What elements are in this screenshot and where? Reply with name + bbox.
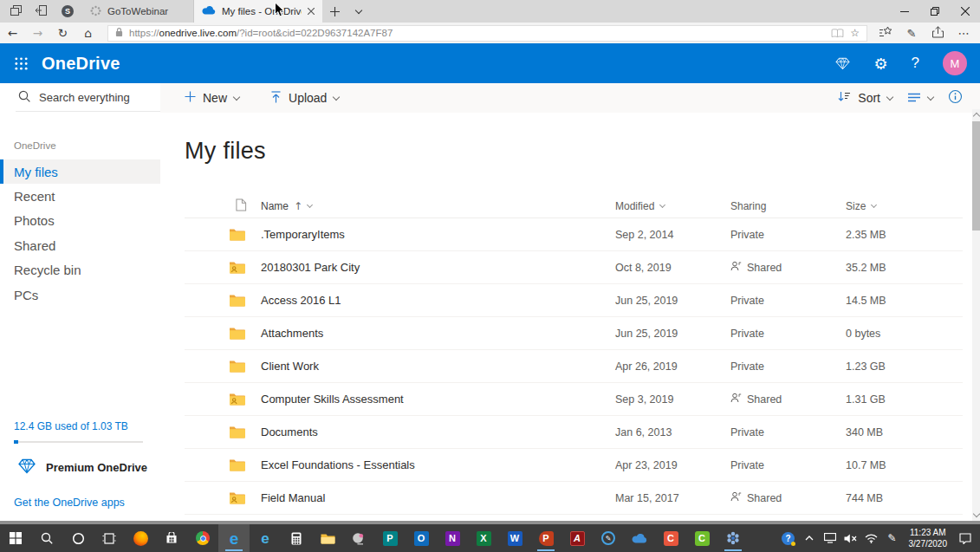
sidebar-item-photos[interactable]: Photos <box>0 209 160 233</box>
word-icon[interactable]: W <box>499 524 530 552</box>
sidebar-item-shared[interactable]: Shared <box>0 233 160 257</box>
tab-menu-chevron-icon[interactable] <box>347 0 371 23</box>
column-header-modified[interactable]: Modified <box>615 200 730 212</box>
start-button[interactable] <box>0 524 31 552</box>
camtasia-icon[interactable]: C <box>686 524 717 552</box>
media-app-icon[interactable] <box>343 524 374 552</box>
search-input[interactable]: Search everything <box>0 83 160 111</box>
premium-diamond-icon[interactable] <box>835 57 850 70</box>
forward-icon[interactable]: → <box>25 26 50 40</box>
internet-explorer-icon[interactable]: e <box>250 524 281 552</box>
file-explorer-icon[interactable] <box>312 524 343 552</box>
storage-usage-link[interactable]: 12.4 GB used of 1.03 TB <box>14 420 128 432</box>
powerpoint-icon[interactable]: P <box>530 524 561 552</box>
web-note-pen-icon[interactable]: ✎ <box>899 27 925 40</box>
window-minimize-button[interactable] <box>889 0 919 23</box>
sidebar-item-recycle-bin[interactable]: Recycle bin <box>0 258 160 282</box>
display-tray-icon[interactable] <box>820 524 840 552</box>
sidebar-item-pcs[interactable]: PCs <box>0 282 160 307</box>
column-header-name[interactable]: Name ↑ <box>261 200 615 212</box>
task-view-icon[interactable] <box>94 524 125 552</box>
table-row[interactable]: 20180301 Park City Oct 8, 2019 Shared 35… <box>185 251 963 284</box>
sharing-cell[interactable]: Private <box>730 229 846 241</box>
action-center-icon[interactable] <box>953 524 977 552</box>
table-row[interactable]: Access 2016 L1 Jun 25, 2019 Private 14.5… <box>185 284 963 317</box>
window-close-button[interactable] <box>950 0 980 23</box>
premium-onedrive[interactable]: Premium OneDrive <box>18 458 147 477</box>
calculator-icon[interactable] <box>281 524 312 552</box>
sharing-cell[interactable]: Shared <box>730 261 846 274</box>
onedrive-tray-icon[interactable] <box>624 524 655 552</box>
table-row[interactable]: Documents Jan 6, 2013 Private 340 MB <box>185 416 963 449</box>
cortana-icon[interactable] <box>62 524 94 552</box>
table-row[interactable]: Field Manual Mar 15, 2017 Shared 744 MB <box>185 482 963 515</box>
sharing-cell[interactable]: Shared <box>730 491 846 504</box>
tray-help-icon[interactable]: ? <box>778 524 799 552</box>
onenote-icon[interactable]: N <box>437 524 468 552</box>
tab-onedrive[interactable]: My files - OneDrive <box>194 0 322 23</box>
column-header-size[interactable]: Size <box>846 200 963 212</box>
file-name[interactable]: 20180301 Park City <box>261 261 615 274</box>
sort-button[interactable]: Sort <box>838 91 892 105</box>
excel-icon[interactable]: X <box>468 524 499 552</box>
tab-gotowebinar[interactable]: GoToWebinar <box>82 0 194 23</box>
upload-button[interactable]: Upload <box>270 91 339 106</box>
file-name[interactable]: Attachments <box>261 327 615 340</box>
more-options-icon[interactable]: ⋯ <box>951 27 977 40</box>
file-name[interactable]: Access 2016 L1 <box>261 294 615 307</box>
back-icon[interactable]: ← <box>0 26 25 40</box>
microsoft-store-icon[interactable] <box>156 524 187 552</box>
outlook-icon[interactable]: O <box>406 524 437 552</box>
edge-icon[interactable]: e <box>218 524 250 552</box>
sharing-cell[interactable]: Private <box>730 426 846 438</box>
sharing-cell[interactable]: Private <box>730 328 846 340</box>
table-row[interactable]: Excel Foundations - Essentials Apr 23, 2… <box>185 449 963 482</box>
column-header-sharing[interactable]: Sharing <box>730 200 846 212</box>
file-name[interactable]: Excel Foundations - Essentials <box>261 458 615 471</box>
publisher-icon[interactable]: P <box>374 524 406 552</box>
taskbar-clock[interactable]: 11:23 AM 3/27/2020 <box>903 524 954 552</box>
sidebar-item-my-files[interactable]: My files <box>0 159 160 184</box>
file-type-column-icon[interactable] <box>236 198 247 214</box>
chrome-icon[interactable] <box>187 524 218 552</box>
account-avatar[interactable]: M <box>943 51 967 75</box>
view-options-button[interactable] <box>907 91 933 105</box>
window-restore-button[interactable] <box>919 0 950 23</box>
new-tab-button[interactable] <box>322 0 347 23</box>
file-name[interactable]: .TemporaryItems <box>261 228 615 241</box>
share-icon[interactable] <box>925 26 951 41</box>
gotowebinar-taskbar-icon[interactable] <box>717 524 749 552</box>
vertical-scrollbar[interactable] <box>972 109 980 521</box>
pinned-site-badge[interactable]: S <box>62 5 74 17</box>
sharing-cell[interactable]: Private <box>730 295 846 307</box>
network-wifi-icon[interactable] <box>861 524 882 552</box>
sidebar-item-recent[interactable]: Recent <box>0 184 160 208</box>
favorite-star-icon[interactable]: ☆ <box>850 27 860 39</box>
home-icon[interactable]: ⌂ <box>75 26 101 40</box>
sharing-cell[interactable]: Private <box>730 360 846 373</box>
acrobat-icon[interactable]: A <box>561 524 593 552</box>
table-row[interactable]: .TemporaryItems Sep 2, 2014 Private 2.35… <box>185 218 963 251</box>
taskbar-search-icon[interactable] <box>31 524 62 552</box>
settings-gear-icon[interactable]: ⚙ <box>873 55 887 73</box>
firefox-icon[interactable] <box>125 524 156 552</box>
file-name[interactable]: Computer Skills Assessment <box>261 393 615 406</box>
tab-preview-icon[interactable] <box>10 3 22 19</box>
reading-view-icon[interactable] <box>831 29 844 38</box>
app-launcher-icon[interactable] <box>0 43 42 83</box>
scrollbar-thumb[interactable] <box>972 121 980 231</box>
snip-sketch-icon[interactable]: ✎ <box>593 524 624 552</box>
file-name[interactable]: Documents <box>261 425 615 438</box>
help-icon[interactable]: ? <box>912 55 919 72</box>
table-row[interactable]: Computer Skills Assessment Sep 3, 2019 S… <box>185 383 963 416</box>
table-row[interactable]: Attachments Jun 25, 2019 Private 0 bytes <box>185 317 963 350</box>
favorites-hub-icon[interactable] <box>873 26 899 41</box>
get-apps-link[interactable]: Get the OneDrive apps <box>14 497 125 509</box>
new-button[interactable]: New <box>185 91 239 105</box>
info-pane-button[interactable] <box>948 89 963 107</box>
table-row[interactable]: Client Work Apr 26, 2019 Private 1.23 GB <box>185 350 963 383</box>
address-bar[interactable]: https://onedrive.live.com/?id=root&cid=0… <box>107 25 867 42</box>
camtasia-recorder-icon[interactable]: C <box>655 524 686 552</box>
show-hidden-icons-chevron[interactable] <box>799 524 820 552</box>
set-tabs-aside-icon[interactable] <box>35 3 47 19</box>
